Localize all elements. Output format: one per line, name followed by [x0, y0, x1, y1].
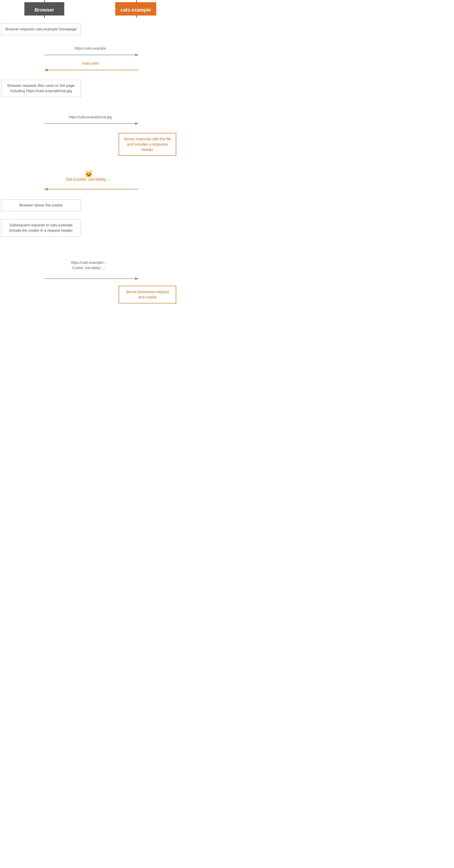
set-cookie-label: Set-Cookie: cat=tabby; ... — [0, 177, 177, 182]
svg-marker-9 — [135, 277, 139, 280]
arrow-label-indexhtml: index.html — [44, 62, 136, 66]
note-browser-request-files: Browser requests files used on the page … — [1, 80, 81, 97]
arrow-subsequent-request — [44, 275, 136, 283]
note-browser-request-homepage: Browser requests cats.example homepage — [1, 23, 81, 35]
svg-marker-3 — [44, 69, 48, 71]
svg-marker-1 — [135, 54, 139, 56]
arrow-request-homepage: https://cats.example — [44, 51, 136, 59]
arrow-response-setcookie — [44, 185, 136, 193]
arrow-request-catjpg: https://cats.example/cat.jpg — [44, 120, 136, 128]
emoji-cat: 🐱 — [0, 170, 177, 178]
browser-actor-bottom: Browser — [24, 4, 64, 16]
arrow-label-homepage-url: https://cats.example — [44, 46, 136, 51]
svg-marker-5 — [135, 122, 139, 125]
svg-marker-7 — [44, 188, 48, 190]
arrow-response-indexhtml: index.html — [44, 66, 136, 74]
sequence-diagram: Browser cats.example Browser requests ca… — [0, 0, 177, 18]
server-actor-bottom: cats.example — [115, 4, 156, 16]
note-server-processes: Server processes request and cookie — [119, 286, 176, 304]
note-subsequent-requests: Subsequent requests to cats.example incl… — [1, 219, 81, 237]
arrow-label-catjpg-url: https://cats.example/cat.jpg — [44, 115, 136, 119]
arrow-label-subsequent: https://cats.example/... Cookie: cat=tab… — [0, 260, 177, 271]
note-server-responds: Server responds with the file and includ… — [119, 133, 176, 156]
note-browser-stores-cookie: Browser stores the cookie — [1, 199, 81, 211]
